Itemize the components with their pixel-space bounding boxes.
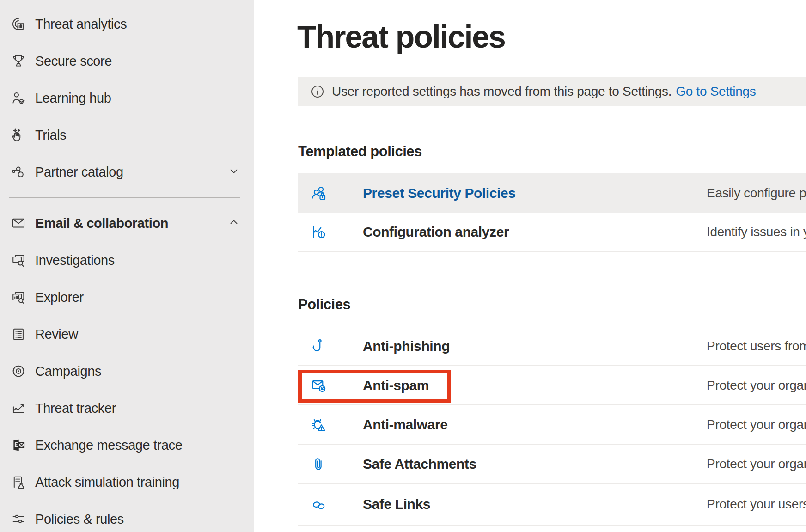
sidebar-item-exchange-message-trace[interactable]: Exchange message trace — [0, 427, 254, 464]
partner-catalog-icon — [11, 164, 26, 180]
policy-name[interactable]: Configuration analyzer — [363, 224, 509, 240]
anti-malware-bug-icon — [310, 416, 328, 434]
policy-description: Identify issues in you — [707, 225, 806, 239]
policies-rules-sliders-icon — [11, 511, 26, 527]
sidebar-item-email-collaboration[interactable]: Email & collaboration — [0, 205, 254, 242]
policy-name[interactable]: Anti-spam — [363, 378, 429, 393]
chevron-up-icon[interactable] — [228, 216, 240, 230]
sidebar-item-trials[interactable]: Trials — [0, 116, 254, 153]
section-heading-templated-policies: Templated policies — [298, 143, 422, 160]
policy-description: Protect your organiz — [707, 457, 806, 471]
policy-description: Protect users from p — [707, 339, 806, 354]
policy-name[interactable]: Safe Links — [363, 496, 430, 512]
sidebar-item-label: Threat analytics — [35, 17, 127, 32]
preset-security-policies-icon — [310, 184, 328, 202]
threat-analytics-icon — [11, 16, 26, 32]
sidebar-item-label: Partner catalog — [35, 165, 123, 180]
sidebar: Threat analytics Secure score Learning h… — [0, 0, 254, 532]
sidebar-item-label: Threat tracker — [35, 401, 116, 416]
policy-row-safe-links[interactable]: Safe Links Protect your users fr — [298, 484, 806, 526]
page-title: Threat policies — [297, 18, 505, 55]
info-icon — [310, 84, 325, 99]
sidebar-item-secure-score[interactable]: Secure score — [0, 43, 254, 79]
sidebar-item-label: Attack simulation training — [35, 475, 179, 490]
safe-attachments-paperclip-icon — [310, 455, 328, 473]
policy-row-anti-spam[interactable]: Anti-spam Protect your organiz — [298, 366, 806, 405]
exchange-logo-icon — [11, 437, 26, 453]
sidebar-item-label: Explorer — [35, 290, 84, 305]
main-content: Threat policies User reported settings h… — [254, 0, 806, 532]
info-banner: User reported settings has moved from th… — [298, 77, 806, 106]
threat-tracker-chart-icon — [11, 400, 26, 416]
sidebar-item-label: Secure score — [35, 54, 112, 69]
sidebar-divider — [9, 197, 240, 198]
sidebar-item-label: Campaigns — [35, 364, 101, 379]
policy-row-preset-security-policies[interactable]: Preset Security Policies Easily configur… — [298, 173, 806, 213]
sidebar-item-label: Exchange message trace — [35, 438, 182, 453]
review-list-icon — [11, 326, 26, 342]
sidebar-item-label: Trials — [35, 128, 66, 143]
configuration-analyzer-icon — [310, 223, 328, 241]
policy-description: Protect your organiz — [707, 417, 806, 432]
campaigns-bullseye-icon — [11, 363, 26, 379]
sidebar-item-label: Learning hub — [35, 91, 111, 106]
email-icon — [11, 215, 26, 231]
sidebar-item-partner-catalog[interactable]: Partner catalog — [0, 153, 254, 190]
sidebar-item-label: Policies & rules — [35, 512, 124, 527]
policy-name[interactable]: Anti-malware — [363, 417, 448, 433]
sidebar-item-review[interactable]: Review — [0, 316, 254, 353]
policy-description: Easily configure prot — [707, 186, 806, 201]
learning-hub-icon — [11, 90, 26, 106]
policy-description: Protect your organiz — [707, 378, 806, 393]
trials-sparkle-hand-icon — [11, 127, 26, 143]
sidebar-item-attack-simulation-training[interactable]: Attack simulation training — [0, 464, 254, 501]
sidebar-item-label: Email & collaboration — [35, 216, 168, 231]
policy-description: Protect your users fr — [707, 497, 806, 512]
policy-name-link[interactable]: Preset Security Policies — [363, 185, 516, 201]
sidebar-item-investigations[interactable]: Investigations — [0, 242, 254, 279]
sidebar-item-label: Review — [35, 327, 78, 342]
explorer-icon — [11, 289, 26, 305]
anti-phishing-hook-icon — [310, 337, 328, 355]
sidebar-item-learning-hub[interactable]: Learning hub — [0, 79, 254, 116]
sidebar-item-threat-tracker[interactable]: Threat tracker — [0, 390, 254, 427]
policy-name[interactable]: Anti-phishing — [363, 338, 450, 354]
attack-simulation-icon — [11, 474, 26, 490]
anti-spam-icon — [310, 377, 328, 394]
sidebar-item-explorer[interactable]: Explorer — [0, 279, 254, 316]
chevron-down-icon[interactable] — [228, 165, 240, 179]
policy-row-anti-malware[interactable]: Anti-malware Protect your organiz — [298, 405, 806, 445]
go-to-settings-link[interactable]: Go to Settings — [676, 84, 756, 99]
sidebar-item-label: Investigations — [35, 253, 115, 268]
policy-row-anti-phishing[interactable]: Anti-phishing Protect users from p — [298, 327, 806, 366]
trophy-icon — [11, 53, 26, 69]
banner-message: User reported settings has moved from th… — [332, 84, 672, 99]
policy-name[interactable]: Safe Attachments — [363, 456, 476, 472]
policy-row-safe-attachments[interactable]: Safe Attachments Protect your organiz — [298, 445, 806, 484]
section-heading-policies: Policies — [298, 296, 350, 313]
investigations-icon — [11, 252, 26, 268]
sidebar-item-threat-analytics[interactable]: Threat analytics — [0, 6, 254, 43]
threat-policies-screen: Threat analytics Secure score Learning h… — [0, 0, 806, 532]
sidebar-item-campaigns[interactable]: Campaigns — [0, 353, 254, 390]
policy-row-configuration-analyzer[interactable]: Configuration analyzer Identify issues i… — [298, 213, 806, 252]
sidebar-item-policies-rules[interactable]: Policies & rules — [0, 501, 254, 532]
safe-links-chain-icon — [310, 495, 328, 513]
